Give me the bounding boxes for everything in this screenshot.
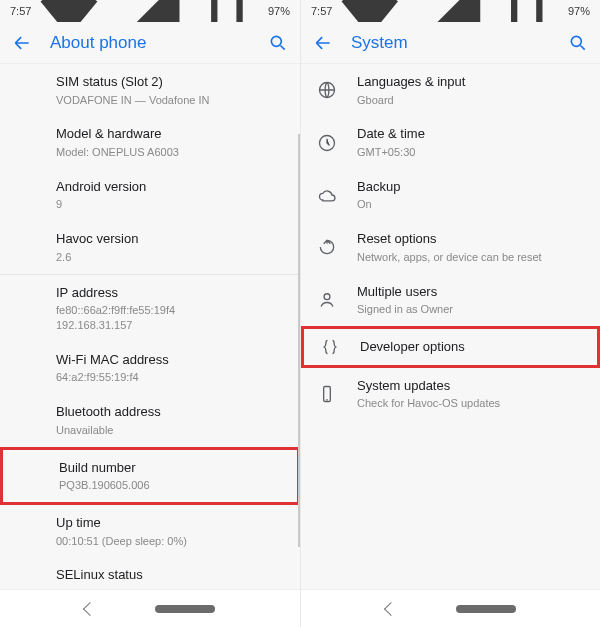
list-item-primary: Date & time xyxy=(357,125,584,143)
list-item[interactable]: Up time00:10:51 (Deep sleep: 0%) xyxy=(0,505,300,557)
statusbar: 7:57 97% xyxy=(0,0,300,22)
clock-icon xyxy=(317,133,337,153)
list-item[interactable]: Date & timeGMT+05:30 xyxy=(301,116,600,168)
person-icon xyxy=(317,290,337,310)
nav-back[interactable] xyxy=(83,601,97,615)
list-item-secondary: Network, apps, or device can be reset xyxy=(357,250,584,265)
list-item-primary: Up time xyxy=(56,514,284,532)
list-item[interactable]: Android version9 xyxy=(0,169,300,221)
list-item-primary: System updates xyxy=(357,377,584,395)
search-button[interactable] xyxy=(568,33,588,53)
phone-left: 7:57 97% About phone SIM status (Slot 2)… xyxy=(0,0,300,627)
nav-back[interactable] xyxy=(383,601,397,615)
list-item-secondary: Model: ONEPLUS A6003 xyxy=(56,145,284,160)
status-time: 7:57 xyxy=(10,5,31,17)
list-item-secondary: Gboard xyxy=(357,93,584,108)
list-item[interactable]: Multiple usersSigned in as Owner xyxy=(301,274,600,326)
battery-percent: 97% xyxy=(568,5,590,17)
list-item-secondary: 00:10:51 (Deep sleep: 0%) xyxy=(56,534,284,549)
page-title: System xyxy=(351,33,550,53)
braces-icon xyxy=(320,337,340,357)
list-item-secondary: Unavailable xyxy=(56,423,284,438)
statusbar: 7:57 97% xyxy=(301,0,600,22)
list-item[interactable]: Languages & inputGboard xyxy=(301,64,600,116)
svg-point-4 xyxy=(324,294,330,300)
back-button[interactable] xyxy=(313,33,333,53)
nav-home[interactable] xyxy=(456,605,516,613)
list-item-secondary: Signed in as Owner xyxy=(357,302,584,317)
list-item-primary: Languages & input xyxy=(357,73,584,91)
list-item-primary: Havoc version xyxy=(56,230,284,248)
list-item[interactable]: BackupOn xyxy=(301,169,600,221)
list-item-secondary: GMT+05:30 xyxy=(357,145,584,160)
list-item-secondary: 64:a2:f9:55:19:f4 xyxy=(56,370,284,385)
list-item-primary: Bluetooth address xyxy=(56,403,284,421)
list-item-secondary: PQ3B.190605.006 xyxy=(59,478,281,493)
list-item-primary: Backup xyxy=(357,178,584,196)
list-item[interactable]: Reset optionsNetwork, apps, or device ca… xyxy=(301,221,600,273)
list-item[interactable]: Model & hardwareModel: ONEPLUS A6003 xyxy=(0,116,300,168)
list-item[interactable]: System updatesCheck for Havoc-OS updates xyxy=(301,368,600,420)
list-item-secondary: On xyxy=(357,197,584,212)
list-item[interactable]: Developer options xyxy=(301,326,600,368)
phone-right: 7:57 97% System Languages & inputGboardD… xyxy=(300,0,600,627)
list-item-primary: Model & hardware xyxy=(56,125,284,143)
back-button[interactable] xyxy=(12,33,32,53)
list-item-secondary: fe80::66a2:f9ff:fe55:19f4 192.168.31.157 xyxy=(56,303,284,333)
device-icon xyxy=(317,384,337,404)
list-item-primary: Android version xyxy=(56,178,284,196)
navbar xyxy=(301,589,600,627)
battery-percent: 97% xyxy=(268,5,290,17)
appbar: System xyxy=(301,22,600,64)
navbar xyxy=(0,589,300,627)
list-item-primary: Build number xyxy=(59,459,281,477)
restore-icon xyxy=(317,237,337,257)
list-item-primary: SIM status (Slot 2) xyxy=(56,73,284,91)
list-item[interactable]: IP addressfe80::66a2:f9ff:fe55:19f4 192.… xyxy=(0,275,300,342)
list-item-primary: Wi-Fi MAC address xyxy=(56,351,284,369)
list-item-secondary: Enforcing xyxy=(56,586,284,589)
list-item-secondary: VODAFONE IN — Vodafone IN xyxy=(56,93,284,108)
globe-icon xyxy=(317,80,337,100)
list-item[interactable]: Build numberPQ3B.190605.006 xyxy=(0,447,300,505)
settings-list[interactable]: Languages & inputGboardDate & timeGMT+05… xyxy=(301,64,600,589)
appbar: About phone xyxy=(0,22,300,64)
cloud-icon xyxy=(317,185,337,205)
list-item[interactable]: SIM status (Slot 2)VODAFONE IN — Vodafon… xyxy=(0,64,300,116)
page-title: About phone xyxy=(50,33,250,53)
list-item-secondary: 9 xyxy=(56,197,284,212)
settings-list[interactable]: SIM status (Slot 2)VODAFONE IN — Vodafon… xyxy=(0,64,300,589)
svg-point-1 xyxy=(571,36,581,46)
status-time: 7:57 xyxy=(311,5,332,17)
list-item[interactable]: Havoc version2.6 xyxy=(0,221,300,273)
nav-home[interactable] xyxy=(155,605,215,613)
list-item-primary: IP address xyxy=(56,284,284,302)
list-item-secondary: 2.6 xyxy=(56,250,284,265)
list-item-primary: Multiple users xyxy=(357,283,584,301)
list-item-primary: SELinux status xyxy=(56,566,284,584)
list-item-primary: Reset options xyxy=(357,230,584,248)
svg-point-0 xyxy=(271,36,281,46)
list-item-primary: Developer options xyxy=(360,338,581,356)
list-item[interactable]: Wi-Fi MAC address64:a2:f9:55:19:f4 xyxy=(0,342,300,394)
list-item[interactable]: SELinux statusEnforcing xyxy=(0,557,300,589)
search-button[interactable] xyxy=(268,33,288,53)
list-item[interactable]: Bluetooth addressUnavailable xyxy=(0,394,300,446)
list-item-secondary: Check for Havoc-OS updates xyxy=(357,396,584,411)
